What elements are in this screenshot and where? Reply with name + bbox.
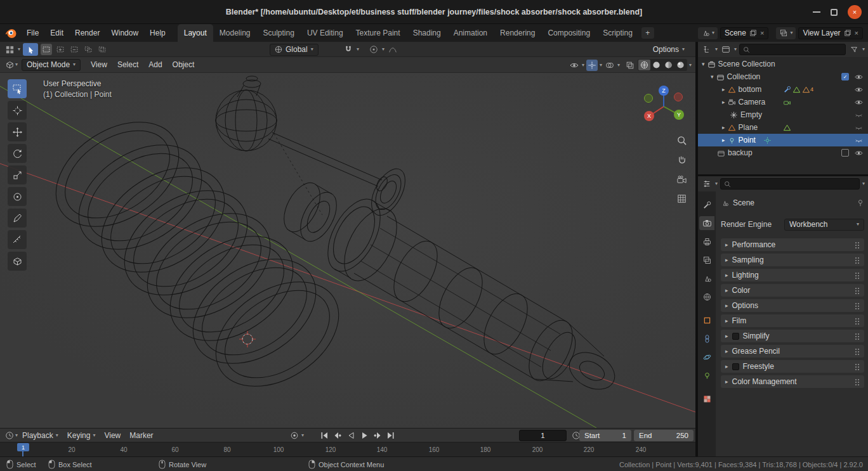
menu-render[interactable]: Render bbox=[69, 24, 105, 42]
panel-grip[interactable] bbox=[855, 272, 860, 279]
outliner-row-collection[interactable]: ▾ Collection ✓ bbox=[698, 70, 868, 83]
toggle-ortho-icon[interactable] bbox=[675, 192, 688, 205]
hide-viewport-icon[interactable] bbox=[853, 73, 864, 81]
timeline-menu-view[interactable]: View bbox=[100, 431, 125, 440]
current-frame-field[interactable]: 1 bbox=[519, 430, 567, 441]
select-mode-invert-icon[interactable] bbox=[82, 44, 94, 55]
tool-move-button[interactable] bbox=[8, 122, 27, 141]
tab-sculpting[interactable]: Sculpting bbox=[257, 24, 301, 42]
pan-hand-icon[interactable] bbox=[675, 153, 688, 165]
jump-to-start-icon[interactable] bbox=[319, 430, 330, 441]
gizmo-x-label[interactable]: X bbox=[647, 113, 651, 119]
tool-select-box-button[interactable] bbox=[8, 79, 27, 98]
tab-compositing[interactable]: Compositing bbox=[541, 24, 596, 42]
outliner-row-scene-collection[interactable]: ▾ Scene Collection bbox=[698, 58, 868, 70]
unlink-scene-icon[interactable]: × bbox=[760, 29, 764, 37]
filter-icon[interactable] bbox=[848, 44, 860, 55]
menu-window[interactable]: Window bbox=[105, 24, 144, 42]
hide-viewport-icon[interactable] bbox=[853, 86, 864, 94]
previous-keyframe-icon[interactable] bbox=[332, 430, 343, 441]
gizmo-y-label[interactable]: Y bbox=[677, 112, 681, 118]
tab-world-icon[interactable] bbox=[699, 290, 714, 304]
panel-color[interactable]: ▸Color bbox=[721, 284, 864, 297]
camera-view-icon[interactable] bbox=[675, 173, 688, 186]
panel-grip[interactable] bbox=[855, 287, 860, 294]
tool-cursor-button[interactable] bbox=[8, 101, 27, 120]
outliner-row-bottom[interactable]: ▸ bottom 4 bbox=[698, 83, 868, 96]
outliner-row-point[interactable]: ▸ Point bbox=[698, 134, 868, 146]
properties-search-input[interactable] bbox=[720, 178, 860, 190]
editor-type-outliner-icon[interactable] bbox=[701, 44, 713, 55]
simplify-checkbox[interactable] bbox=[732, 333, 739, 340]
mesh-data-icon[interactable] bbox=[792, 86, 801, 94]
scene-name-field[interactable]: Scene × bbox=[720, 27, 768, 39]
tab-object-icon[interactable] bbox=[699, 313, 714, 327]
outliner-row-empty[interactable]: Empty bbox=[698, 108, 868, 121]
expand-icon[interactable]: ▸ bbox=[722, 87, 725, 93]
3d-viewport[interactable]: User Perspective (1) Collection | Point … bbox=[0, 73, 695, 428]
pin-icon[interactable] bbox=[857, 199, 864, 207]
tab-layout[interactable]: Layout bbox=[178, 24, 213, 42]
select-mode-extend-icon[interactable] bbox=[55, 44, 66, 55]
panel-options[interactable]: ▸Options bbox=[721, 299, 864, 312]
menu-edit[interactable]: Edit bbox=[44, 24, 69, 42]
gizmo-z-label[interactable]: Z bbox=[662, 87, 666, 94]
tab-constraints-icon[interactable] bbox=[699, 332, 714, 345]
active-tool-select-box[interactable] bbox=[23, 43, 38, 56]
maximize-icon[interactable] bbox=[831, 9, 838, 16]
eye-closed-icon[interactable] bbox=[853, 124, 864, 132]
tab-output-icon[interactable] bbox=[699, 235, 714, 248]
panel-performance[interactable]: ▸Performance bbox=[721, 238, 864, 251]
tab-animation[interactable]: Animation bbox=[447, 24, 494, 42]
auto-keying-icon[interactable] bbox=[289, 430, 300, 441]
expand-icon[interactable]: ▸ bbox=[722, 125, 725, 131]
shading-wireframe-icon[interactable] bbox=[638, 60, 650, 70]
expand-icon[interactable]: ▸ bbox=[722, 138, 725, 143]
freestyle-checkbox[interactable] bbox=[732, 363, 739, 370]
tool-add-cube-button[interactable] bbox=[8, 252, 27, 271]
tool-annotate-button[interactable] bbox=[8, 209, 27, 228]
scene-browse-button[interactable]: ▾ bbox=[698, 27, 718, 39]
tool-rotate-button[interactable] bbox=[8, 144, 27, 163]
outliner-search-input[interactable] bbox=[739, 44, 846, 55]
tab-tool-icon[interactable] bbox=[699, 198, 714, 212]
viewport-menu-select[interactable]: Select bbox=[112, 60, 143, 69]
hide-viewport-icon[interactable] bbox=[853, 98, 864, 106]
view-layer-name-field[interactable]: View Layer × bbox=[798, 27, 863, 39]
panel-grip[interactable] bbox=[855, 242, 860, 248]
panel-film[interactable]: ▸Film bbox=[721, 314, 864, 327]
panel-grip[interactable] bbox=[855, 363, 860, 370]
navigation-gizmo[interactable]: X Y Z bbox=[641, 84, 686, 128]
shading-material-icon[interactable] bbox=[662, 60, 674, 70]
timeline-ruler[interactable]: 20 40 60 80 100 120 140 160 180 200 220 … bbox=[0, 442, 695, 456]
proportional-edit-icon[interactable] bbox=[368, 44, 379, 55]
timeline-menu-marker[interactable]: Marker bbox=[125, 431, 157, 440]
outliner-row-camera[interactable]: ▸ Camera bbox=[698, 96, 868, 108]
select-mode-set-icon[interactable] bbox=[41, 44, 52, 55]
shading-solid-icon[interactable] bbox=[650, 60, 662, 70]
toggle-xray-icon[interactable] bbox=[624, 60, 636, 71]
editor-type-properties-icon[interactable] bbox=[701, 178, 713, 190]
play-icon[interactable] bbox=[358, 430, 370, 441]
mesh-data-icon[interactable] bbox=[783, 124, 791, 132]
outliner-row-plane[interactable]: ▸ Plane bbox=[698, 121, 868, 134]
options-dropdown[interactable]: Options ▾ bbox=[648, 44, 689, 56]
panel-grip[interactable] bbox=[855, 318, 860, 325]
play-reverse-icon[interactable] bbox=[345, 430, 357, 441]
expand-icon[interactable]: ▾ bbox=[702, 61, 705, 67]
material-count-icon[interactable] bbox=[802, 86, 810, 94]
outliner-row-backup[interactable]: backup bbox=[698, 146, 868, 159]
editor-type-icon[interactable] bbox=[4, 44, 15, 55]
tool-measure-button[interactable] bbox=[8, 230, 27, 249]
show-gizmo-icon[interactable] bbox=[586, 60, 598, 71]
show-overlays-icon[interactable] bbox=[604, 60, 615, 71]
viewport-menu-view[interactable]: View bbox=[86, 60, 112, 69]
panel-freestyle[interactable]: ▸Freestyle bbox=[721, 360, 864, 373]
modifier-icon[interactable] bbox=[783, 86, 791, 94]
eye-closed-icon[interactable] bbox=[853, 136, 864, 145]
editor-type-3d-viewport-icon[interactable] bbox=[4, 59, 15, 70]
viewport-menu-object[interactable]: Object bbox=[168, 60, 200, 69]
select-mode-intersect-icon[interactable] bbox=[96, 44, 108, 55]
tab-scripting[interactable]: Scripting bbox=[596, 24, 639, 42]
panel-grip[interactable] bbox=[855, 348, 860, 355]
